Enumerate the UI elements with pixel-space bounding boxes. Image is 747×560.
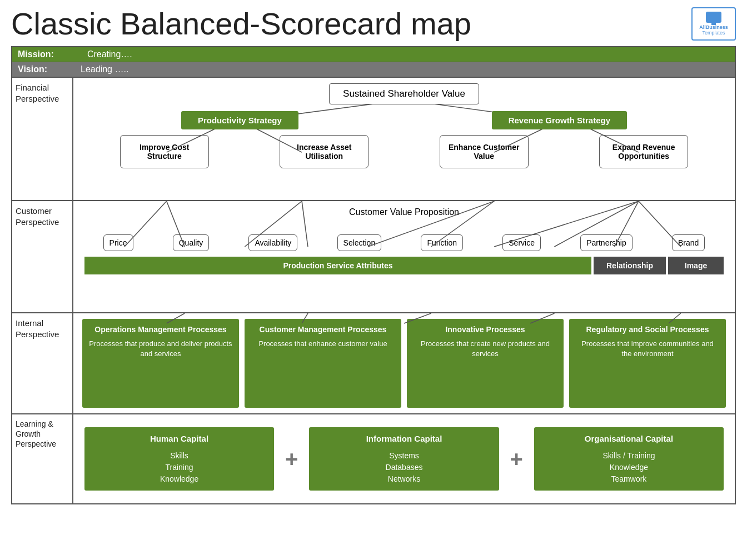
brand-box: Brand [672, 234, 705, 251]
plus-sign-1: + [285, 447, 298, 472]
customer-perspective-row: Customer Perspective [12, 201, 735, 313]
fin-strategies-row: Productivity Strategy Revenue Growth Str… [84, 111, 724, 129]
attributes-row: Production Service Attributes Relationsh… [84, 257, 724, 274]
productivity-strategy: Productivity Strategy [181, 111, 298, 129]
mission-value: Creating…. [87, 49, 132, 59]
selection-box: Selection [337, 234, 382, 251]
mission-label: Mission: [18, 49, 54, 59]
org-capital-item2: Teamwork [611, 473, 647, 485]
relationship-attr: Relationship [594, 257, 666, 274]
quality-box: Quality [173, 234, 210, 251]
ssv-box: Sustained Shareholder Value [329, 83, 479, 104]
plus-sign-2: + [510, 447, 523, 472]
page: Classic Balanced-Scorecard map AllBusine… [0, 0, 747, 560]
customer-boxes-row: Price Quality Availability Selection Fun… [84, 234, 724, 251]
learning-perspective-row: Learning & Growth Perspective Human Capi… [12, 414, 735, 503]
learning-label: Learning & Growth Perspective [12, 414, 73, 503]
human-capital-item2: Knowledge [160, 473, 198, 485]
production-service-attr: Production Service Attributes [84, 257, 591, 274]
human-capital-item1: Training [166, 462, 193, 473]
regulatory-box: Regulatory and Social Processes Processe… [569, 319, 726, 408]
ops-mgmt-box: Operations Management Processes Processe… [82, 319, 239, 408]
info-capital-box: Information Capital Systems Databases Ne… [309, 427, 499, 491]
regulatory-title: Regulatory and Social Processes [586, 324, 709, 336]
customer-label: Customer Perspective [12, 201, 73, 312]
improve-cost-box: Improve Cost Structure [120, 135, 209, 168]
logo-line1: AllBusiness [699, 24, 728, 30]
innovative-box: Innovative Processes Processes that crea… [407, 319, 564, 408]
partnership-box: Partnership [580, 234, 633, 251]
logo-line2: Templates [702, 30, 725, 36]
cust-mgmt-title: Customer Management Processes [260, 324, 387, 336]
logo-box: AllBusiness Templates [691, 7, 736, 41]
info-capital-item1: Databases [386, 462, 423, 473]
financial-perspective-row: Financial Perspective [12, 78, 735, 201]
main-title: Classic Balanced-Scorecard map [11, 6, 471, 42]
function-box: Function [421, 234, 463, 251]
innovative-desc: Processes that create new products and s… [414, 339, 557, 359]
internal-content: Operations Management Processes Processe… [73, 313, 735, 413]
info-capital-item0: Systems [389, 450, 419, 462]
learning-content: Human Capital Skills Training Knowledge … [73, 414, 735, 503]
org-capital-item1: Knowledge [610, 462, 648, 473]
internal-label: Internal Perspective [12, 313, 73, 413]
cvp-label: Customer Value Proposition [349, 207, 459, 218]
ops-mgmt-desc: Processes that produce and deliver produ… [89, 339, 232, 359]
increase-asset-box: Increase Asset Utilisation [280, 135, 368, 168]
info-capital-item2: Networks [388, 473, 420, 485]
vision-value: Leading ….. [81, 64, 128, 74]
org-capital-item0: Skills / Training [602, 450, 655, 462]
service-box: Service [502, 234, 541, 251]
fin-boxes-row: Improve Cost Structure Increase Asset Ut… [84, 135, 724, 168]
human-capital-item0: Skills [170, 450, 188, 462]
availability-box: Availability [248, 234, 297, 251]
regulatory-desc: Processes that improve communities and t… [576, 339, 719, 359]
org-capital-title: Organisational Capital [585, 433, 673, 446]
scorecard: Mission: Creating…. Vision: Leading ….. … [11, 46, 736, 504]
org-capital-box: Organisational Capital Skills / Training… [534, 427, 724, 491]
financial-label: Financial Perspective [12, 78, 73, 200]
title-row: Classic Balanced-Scorecard map AllBusine… [11, 6, 736, 42]
internal-perspective-row: Internal Perspective Operations Manageme… [12, 313, 735, 414]
vision-label: Vision: [18, 64, 47, 74]
vision-row: Vision: Leading ….. [12, 62, 735, 78]
logo-icon [706, 12, 721, 23]
price-box: Price [103, 234, 133, 251]
human-capital-box: Human Capital Skills Training Knowledge [84, 427, 274, 491]
human-capital-title: Human Capital [150, 433, 208, 446]
ops-mgmt-title: Operations Management Processes [94, 324, 226, 336]
enhance-customer-box: Enhance Customer Value [440, 135, 529, 168]
image-attr: Image [668, 257, 724, 274]
revenue-strategy: Revenue Growth Strategy [492, 111, 627, 129]
info-capital-title: Information Capital [366, 433, 442, 446]
customer-content: Customer Value Proposition Price Quality… [73, 201, 735, 312]
cust-mgmt-box: Customer Management Processes Processes … [245, 319, 401, 408]
expand-revenue-box: Expand Revenue Opportunities [599, 135, 688, 168]
innovative-title: Innovative Processes [445, 324, 525, 336]
mission-row: Mission: Creating…. [12, 47, 735, 62]
financial-content: Sustained Shareholder Value Productivity… [73, 78, 735, 200]
cust-mgmt-desc: Processes that enhance customer value [258, 339, 387, 349]
